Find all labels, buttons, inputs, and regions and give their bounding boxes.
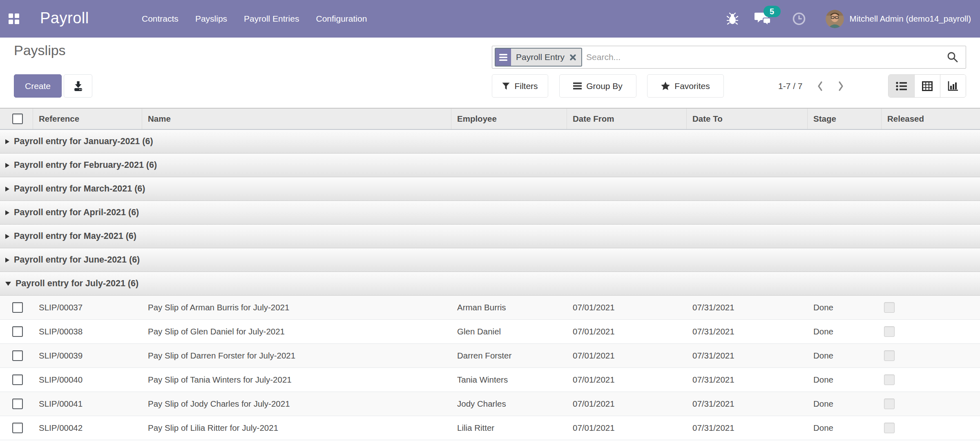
- cell-stage: Done: [808, 416, 882, 440]
- select-all-checkbox[interactable]: [12, 114, 23, 124]
- favorites-button[interactable]: Favorites: [647, 74, 724, 98]
- cell-reference: SLIP/00041: [33, 392, 142, 416]
- search-icon[interactable]: [947, 51, 958, 63]
- group-by-button[interactable]: Group By: [559, 74, 636, 98]
- list-view-button[interactable]: [888, 75, 914, 97]
- column-header-employee[interactable]: Employee: [451, 109, 567, 129]
- caret-icon: [5, 139, 9, 144]
- chart-view-button[interactable]: [940, 75, 966, 97]
- cell-employee: Jody Charles: [451, 392, 567, 416]
- facet-label: Payroll Entry: [516, 52, 565, 62]
- messages-button[interactable]: 5: [755, 11, 772, 26]
- row-checkbox[interactable]: [12, 350, 23, 361]
- grid-view-button[interactable]: [914, 75, 940, 97]
- group-by-facet-icon: [496, 49, 511, 66]
- menu-payroll-entries[interactable]: Payroll Entries: [244, 14, 299, 24]
- table-row[interactable]: SLIP/00039 Pay Slip of Darren Forster fo…: [0, 344, 980, 368]
- user-name[interactable]: Mitchell Admin (demo14_payroll): [850, 14, 971, 24]
- activities-clock-button[interactable]: [792, 12, 806, 26]
- cell-date-to: 07/31/2021: [687, 320, 808, 343]
- search-input[interactable]: Search...: [586, 52, 947, 62]
- column-header-name[interactable]: Name: [142, 109, 451, 129]
- page-title: Payslips: [14, 42, 66, 58]
- app-title[interactable]: Payroll: [40, 9, 89, 27]
- caret-icon: [5, 210, 9, 215]
- column-header-released[interactable]: Released: [882, 109, 980, 129]
- row-checkbox[interactable]: [12, 399, 23, 409]
- released-checkbox: [884, 302, 895, 313]
- group-label: Payroll entry for May-2021 (6): [14, 231, 136, 241]
- pager-previous-button[interactable]: [817, 80, 824, 92]
- pager-next-button[interactable]: [837, 80, 844, 92]
- released-checkbox: [884, 374, 895, 385]
- cell-date-from: 07/01/2021: [567, 296, 687, 319]
- navbar-right: 5: [727, 0, 974, 38]
- group-row[interactable]: Payroll entry for February-2021 (6): [0, 154, 980, 177]
- cell-date-to: 07/31/2021: [687, 344, 808, 368]
- column-header-stage[interactable]: Stage: [808, 109, 882, 129]
- apps-menu-button[interactable]: [9, 13, 19, 24]
- table-body: Payroll entry for January-2021 (6) Payro…: [0, 130, 980, 440]
- user-avatar[interactable]: [826, 10, 844, 28]
- released-checkbox: [884, 423, 895, 433]
- payslips-list: Reference Name Employee Date From Date T…: [0, 108, 980, 440]
- menu-payslips[interactable]: Payslips: [195, 14, 227, 24]
- menu-contracts[interactable]: Contracts: [142, 14, 179, 24]
- group-row[interactable]: Payroll entry for March-2021 (6): [0, 177, 980, 201]
- control-panel: Payslips Payroll Entry Search... Create: [0, 38, 980, 108]
- filters-button[interactable]: Filters: [492, 74, 548, 98]
- table-row[interactable]: SLIP/00042 Pay Slip of Lilia Ritter for …: [0, 416, 980, 440]
- row-checkbox[interactable]: [12, 374, 23, 385]
- cell-date-to: 07/31/2021: [687, 392, 808, 416]
- group-row[interactable]: Payroll entry for April-2021 (6): [0, 201, 980, 225]
- cell-stage: Done: [808, 320, 882, 343]
- download-icon: [73, 81, 84, 91]
- avatar-image: [826, 10, 844, 28]
- table-row[interactable]: SLIP/00038 Pay Slip of Glen Daniel for J…: [0, 320, 980, 344]
- cell-employee: Darren Forster: [451, 344, 567, 368]
- group-label: Payroll entry for July-2021 (6): [16, 278, 138, 289]
- group-row[interactable]: Payroll entry for July-2021 (6): [0, 272, 980, 296]
- column-header-reference[interactable]: Reference: [33, 109, 142, 129]
- filter-funnel-icon: [502, 82, 510, 90]
- group-row[interactable]: Payroll entry for May-2021 (6): [0, 225, 980, 248]
- menu-configuration[interactable]: Configuration: [316, 14, 367, 24]
- cell-employee: Lilia Ritter: [451, 416, 567, 440]
- cell-stage: Done: [808, 392, 882, 416]
- cell-employee: Arman Burris: [451, 296, 567, 319]
- cell-name: Pay Slip of Lilia Ritter for July-2021: [142, 416, 451, 440]
- cell-name: Pay Slip of Arman Burris for July-2021: [142, 296, 451, 319]
- cell-reference: SLIP/00040: [33, 368, 142, 392]
- cell-date-from: 07/01/2021: [567, 368, 687, 392]
- cell-stage: Done: [808, 344, 882, 368]
- row-checkbox[interactable]: [12, 423, 23, 433]
- pager-value: 1-7 / 7: [778, 81, 803, 91]
- caret-icon: [5, 163, 9, 168]
- export-button[interactable]: [64, 74, 92, 98]
- facet-remove-icon[interactable]: [569, 54, 576, 61]
- cell-date-from: 07/01/2021: [567, 320, 687, 343]
- table-row[interactable]: SLIP/00037 Pay Slip of Arman Burris for …: [0, 296, 980, 320]
- caret-icon: [5, 187, 9, 192]
- cell-stage: Done: [808, 296, 882, 319]
- row-checkbox[interactable]: [12, 326, 23, 337]
- table-row[interactable]: SLIP/00041 Pay Slip of Jody Charles for …: [0, 392, 980, 416]
- table-row[interactable]: SLIP/00040 Pay Slip of Tania Winters for…: [0, 368, 980, 392]
- debug-button[interactable]: [727, 13, 738, 25]
- create-button[interactable]: Create: [14, 74, 62, 98]
- released-checkbox: [884, 350, 895, 361]
- column-header-date-from[interactable]: Date From: [567, 109, 687, 129]
- row-checkbox[interactable]: [12, 302, 23, 313]
- payroll-app: Payroll Contracts Payslips Payroll Entri…: [0, 0, 980, 441]
- search-bar[interactable]: Payroll Entry Search...: [492, 46, 966, 69]
- grid-view-icon: [922, 81, 933, 91]
- group-row[interactable]: Payroll entry for January-2021 (6): [0, 130, 980, 154]
- message-count-badge: 5: [763, 6, 781, 17]
- group-row[interactable]: Payroll entry for June-2021 (6): [0, 248, 980, 272]
- group-label: Payroll entry for April-2021 (6): [14, 207, 139, 218]
- view-switcher: [888, 74, 966, 98]
- caret-icon: [5, 234, 9, 239]
- cell-name: Pay Slip of Darren Forster for July-2021: [142, 344, 451, 368]
- column-header-date-to[interactable]: Date To: [687, 109, 808, 129]
- cell-name: Pay Slip of Glen Daniel for July-2021: [142, 320, 451, 343]
